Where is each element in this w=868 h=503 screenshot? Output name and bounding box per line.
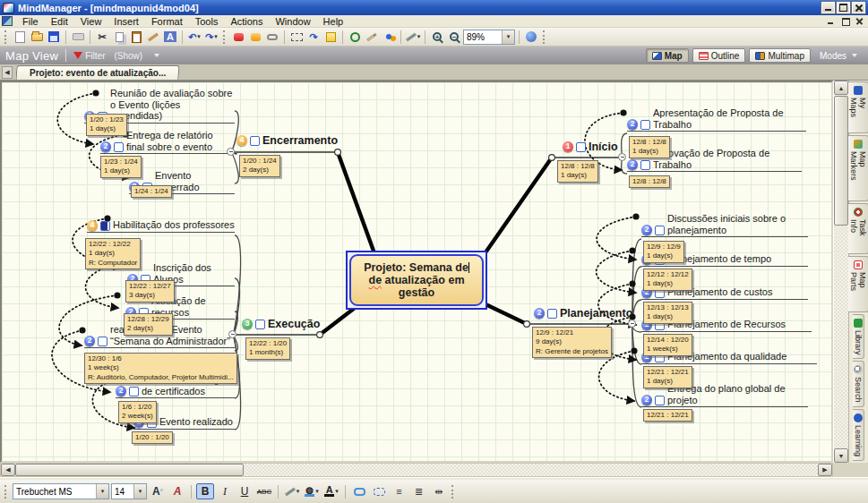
menu-actions[interactable]: Actions bbox=[224, 16, 269, 27]
sidebar-tab-learning[interactable]: Learning bbox=[853, 409, 864, 461]
underline-button[interactable]: U bbox=[236, 483, 254, 499]
menu-insert[interactable]: Insert bbox=[107, 16, 145, 27]
italic-button[interactable]: I bbox=[216, 483, 234, 499]
toolbar-overflow[interactable] bbox=[451, 485, 455, 499]
mdi-minimize-button[interactable] bbox=[825, 16, 837, 26]
zoom-combo-dropdown[interactable]: ▾ bbox=[502, 30, 514, 44]
insert-subtopic-icon[interactable] bbox=[247, 30, 263, 45]
task-checkbox[interactable] bbox=[129, 387, 139, 396]
toolbar-grip[interactable] bbox=[223, 30, 227, 44]
sidebar-tab-task-info[interactable]: Task Info bbox=[848, 203, 868, 255]
zoom-level-combo[interactable]: 89% ▾ bbox=[463, 30, 515, 45]
close-button[interactable] bbox=[852, 2, 865, 13]
menu-help[interactable]: Help bbox=[317, 16, 350, 27]
document-tab[interactable]: Projeto: evento de atualização... bbox=[15, 65, 179, 80]
grow-font-icon[interactable]: A° bbox=[149, 483, 167, 499]
toolbar-overflow[interactable] bbox=[543, 30, 546, 44]
sidebar-tab-my-maps[interactable]: My Maps bbox=[848, 81, 868, 133]
modes-button[interactable]: Modes bbox=[814, 48, 863, 63]
restore-button[interactable] bbox=[837, 2, 850, 13]
map-view-button[interactable]: Map bbox=[646, 48, 689, 63]
undo-icon[interactable]: ↶▾ bbox=[186, 30, 202, 45]
topic-shape-icon[interactable] bbox=[350, 483, 368, 499]
sidebar-tab-library[interactable]: Library bbox=[853, 314, 864, 360]
vertical-scroll-thumb[interactable] bbox=[834, 96, 848, 226]
sidebar-tab-search[interactable]: Search bbox=[853, 361, 864, 407]
relationship-icon[interactable]: ↷ bbox=[305, 30, 322, 45]
topic-planejamento[interactable]: 2 Planejamento bbox=[534, 307, 632, 320]
filter-icon[interactable] bbox=[73, 52, 82, 59]
print-icon[interactable] bbox=[70, 30, 86, 45]
zoom-in-icon[interactable]: + bbox=[429, 30, 445, 45]
tab-scroll-left-icon[interactable]: ◀ bbox=[2, 66, 13, 79]
menu-file[interactable]: File bbox=[16, 16, 45, 27]
copy-icon[interactable] bbox=[111, 30, 127, 45]
collapse-toggle[interactable] bbox=[618, 153, 626, 161]
font-family-select[interactable]: Trebuchet MS ▾ bbox=[13, 483, 109, 499]
format-painter-icon[interactable] bbox=[145, 30, 161, 45]
menu-format[interactable]: Format bbox=[145, 16, 189, 27]
filter-label[interactable]: Filter bbox=[85, 51, 105, 61]
sidebar-tab-map-parts[interactable]: Map Parts bbox=[848, 256, 868, 311]
toolbar-grip[interactable] bbox=[4, 30, 8, 44]
zoom-out-icon[interactable]: − bbox=[446, 30, 462, 45]
paste-icon[interactable] bbox=[128, 30, 144, 45]
task-checkbox[interactable] bbox=[640, 120, 650, 130]
topic-inicio[interactable]: 1 Início bbox=[563, 141, 618, 153]
task-checkbox[interactable] bbox=[100, 221, 110, 231]
edit-topic-icon[interactable] bbox=[364, 30, 380, 45]
task-checkbox[interactable] bbox=[655, 226, 665, 235]
task-checkbox[interactable] bbox=[655, 396, 665, 405]
task-checkbox[interactable] bbox=[640, 160, 650, 170]
shrink-font-icon[interactable]: A bbox=[168, 483, 186, 499]
boundary-icon[interactable] bbox=[288, 30, 305, 45]
strikethrough-button[interactable]: ABC bbox=[255, 483, 273, 499]
font-family-dropdown[interactable]: ▾ bbox=[96, 484, 108, 499]
font-size-dropdown[interactable]: ▾ bbox=[133, 484, 146, 499]
document-icon[interactable] bbox=[2, 16, 13, 26]
multimap-view-button[interactable]: Multimap bbox=[749, 48, 811, 63]
menu-tools[interactable]: Tools bbox=[189, 16, 225, 27]
pen-icon[interactable]: ▾ bbox=[405, 30, 421, 45]
scroll-up-icon[interactable]: ▲ bbox=[834, 81, 848, 95]
map-canvas[interactable]: Projeto: Semana de de atualização em ges… bbox=[0, 81, 833, 463]
resources-icon[interactable] bbox=[381, 30, 397, 45]
menu-view[interactable]: View bbox=[74, 16, 108, 27]
task-checkbox[interactable] bbox=[114, 142, 124, 152]
font-format-icon[interactable]: A bbox=[162, 30, 178, 45]
toolbar-grip[interactable] bbox=[4, 485, 8, 499]
line-color-icon[interactable]: ▾ bbox=[283, 483, 301, 499]
vertical-scrollbar[interactable]: ▲ ▼ bbox=[833, 81, 848, 463]
open-icon[interactable] bbox=[29, 30, 45, 45]
insert-topic-icon[interactable] bbox=[230, 30, 246, 45]
collapse-toggle[interactable] bbox=[227, 148, 235, 156]
topic-encerramento[interactable]: 4 Encerramento bbox=[236, 134, 338, 147]
new-icon[interactable] bbox=[12, 30, 28, 45]
menu-edit[interactable]: Edit bbox=[45, 16, 74, 27]
mdi-restore-button[interactable] bbox=[839, 16, 851, 26]
note-icon[interactable] bbox=[322, 30, 339, 45]
topic-habilitacao-professores[interactable]: 4 Habilitação dos professores bbox=[87, 219, 235, 233]
fit-map-icon[interactable] bbox=[523, 30, 539, 45]
collapse-toggle[interactable] bbox=[628, 320, 636, 328]
task-checkbox[interactable] bbox=[98, 337, 107, 346]
scroll-right-icon[interactable]: ▶ bbox=[818, 464, 832, 476]
horizontal-scroll-thumb[interactable] bbox=[15, 464, 244, 476]
fill-color-icon[interactable]: ◍▾ bbox=[303, 483, 321, 499]
show-dropdown[interactable]: (Show) bbox=[114, 51, 142, 61]
topic-apresentacao-proposta[interactable]: 2 Apresentação de Proposta de Trabalho bbox=[627, 107, 806, 132]
hyperlink-icon[interactable] bbox=[264, 30, 280, 45]
align-text-icon[interactable]: ≡ bbox=[390, 483, 408, 499]
outline-view-button[interactable]: Outline bbox=[692, 48, 746, 63]
topic-discussoes-iniciais[interactable]: 2 Discussões iniciais sobre o planejamen… bbox=[641, 213, 808, 237]
task-checkbox[interactable] bbox=[250, 136, 260, 146]
central-topic[interactable]: Projeto: Semana de de atualização em ges… bbox=[346, 251, 487, 310]
bold-button[interactable]: B bbox=[196, 483, 214, 499]
save-icon[interactable] bbox=[46, 30, 62, 45]
redo-icon[interactable]: ↷▾ bbox=[203, 30, 219, 45]
task-info-toolbar-icon[interactable] bbox=[347, 30, 363, 45]
font-size-select[interactable]: 14 ▾ bbox=[111, 483, 147, 499]
sidebar-tab-map-markers[interactable]: Map Markers bbox=[848, 135, 868, 201]
line-spacing-icon[interactable]: ≣ bbox=[409, 483, 427, 499]
topic-width-icon[interactable]: ⇹ bbox=[429, 483, 447, 499]
